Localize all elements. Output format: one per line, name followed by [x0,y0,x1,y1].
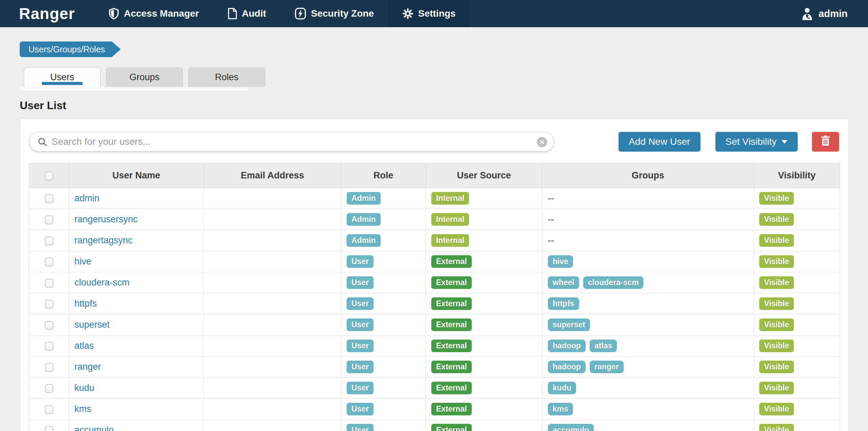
nav-item-settings[interactable]: Settings [388,0,470,27]
user-source-badge: External [431,276,472,289]
group-chip[interactable]: superset [548,318,590,331]
nav-item-label: Settings [418,8,455,19]
groups-cell: httpfs [542,293,754,314]
visibility-badge: Visible [759,276,794,289]
gear-icon [402,8,413,19]
tab-users[interactable]: Users [24,67,101,87]
role-badge: User [347,340,374,352]
user-name-link[interactable]: ranger [74,362,101,372]
nav-item-security-zone[interactable]: Security Zone [280,0,388,27]
group-chip[interactable]: httpfs [548,297,579,310]
select-all-checkbox[interactable] [45,172,53,180]
group-chip[interactable]: kms [548,403,573,415]
search-clear-icon[interactable]: × [537,137,547,147]
visibility-badge: Visible [759,213,794,226]
search-input[interactable] [52,136,532,147]
role-badge: User [347,382,374,394]
user-list-panel: × Add New User Set Visibility User Name … [20,119,849,431]
group-chip[interactable]: hive [548,255,573,268]
group-chip[interactable]: accumulo [548,424,594,431]
visibility-badge: Visible [759,192,794,205]
group-chip[interactable]: hadoop [548,340,586,352]
nav-item-label: Security Zone [311,8,374,19]
groups-cell: -- [542,230,754,251]
role-badge: User [347,403,374,415]
table-row: cloudera-scm User External wheelcloudera… [29,272,840,293]
user-name-link[interactable]: cloudera-scm [74,277,129,288]
user-source-badge: Internal [431,213,469,226]
role-badge: User [347,318,374,331]
row-checkbox[interactable] [45,342,53,351]
col-header-user-source: User Source [426,163,542,188]
row-checkbox[interactable] [45,363,53,372]
group-chip[interactable]: atlas [590,340,617,352]
groups-cell: -- [542,209,754,230]
user-menu[interactable]: admin [801,0,868,27]
add-new-user-button[interactable]: Add New User [619,132,700,152]
group-chip[interactable]: wheel [548,276,579,289]
user-name-link[interactable]: hive [74,256,91,266]
user-source-badge: External [431,297,472,310]
user-name-link[interactable]: accumulo [74,425,114,431]
entity-tabs: Users Groups Roles [24,67,868,87]
user-icon [801,7,813,20]
tab-strip [20,87,248,90]
role-badge: User [347,297,374,310]
nav-item-access-manager[interactable]: Access Manager [94,0,213,27]
email-cell [204,272,341,293]
user-name-link[interactable]: kms [74,404,91,414]
tab-roles[interactable]: Roles [188,67,265,87]
trash-icon [820,135,831,149]
table-row: atlas User External hadoopatlas Visible [29,335,840,357]
user-source-badge: External [431,361,472,373]
email-cell [204,188,341,209]
groups-cell: kudu [542,378,754,399]
table-row: kudu User External kudu Visible [29,378,840,399]
user-source-badge: External [431,382,472,394]
user-name-link[interactable]: rangerusersync [74,214,138,224]
groups-cell: hive [542,251,754,272]
row-checkbox[interactable] [45,405,53,414]
role-badge: Admin [347,192,381,205]
user-table-body: admin Admin Internal -- Visible rangerus… [29,188,840,431]
user-name-link[interactable]: atlas [74,341,94,351]
user-name-link[interactable]: rangertagsync [74,235,133,245]
delete-users-button[interactable] [812,132,839,152]
visibility-badge: Visible [759,340,794,352]
visibility-badge: Visible [759,318,794,331]
user-name-link[interactable]: superset [74,320,110,330]
user-name-link[interactable]: admin [74,193,100,203]
row-checkbox[interactable] [45,237,53,245]
group-chip[interactable]: cloudera-scm [583,276,644,289]
row-checkbox[interactable] [45,216,53,224]
col-header-user-name: User Name [69,163,204,188]
row-checkbox[interactable] [45,258,53,266]
row-checkbox[interactable] [45,384,53,393]
col-header-email: Email Address [204,163,341,188]
row-checkbox[interactable] [45,300,53,309]
row-checkbox[interactable] [45,426,53,431]
groups-cell: wheelcloudera-scm [542,272,754,293]
email-cell [204,251,341,272]
user-name-link[interactable]: kudu [74,383,94,393]
email-cell [204,293,341,314]
search-box[interactable]: × [29,132,554,152]
row-checkbox[interactable] [45,321,53,330]
role-badge: User [347,361,374,373]
email-cell [204,335,341,357]
row-checkbox[interactable] [45,279,53,288]
no-groups-dash: -- [548,193,554,203]
visibility-badge: Visible [759,403,794,415]
group-chip[interactable]: ranger [590,361,624,373]
user-name-link[interactable]: httpfs [74,298,97,309]
tab-groups[interactable]: Groups [106,67,183,87]
set-visibility-dropdown[interactable]: Set Visibility [715,132,798,152]
row-checkbox[interactable] [45,194,53,203]
email-cell [204,420,341,431]
group-chip[interactable]: kudu [548,382,576,394]
group-chip[interactable]: hadoop [548,361,586,373]
breadcrumb[interactable]: Users/Groups/Roles [20,41,112,57]
nav-item-audit[interactable]: Audit [213,0,281,27]
nav-item-label: Access Manager [124,8,199,19]
ranger-logo[interactable]: Ranger [0,0,94,27]
